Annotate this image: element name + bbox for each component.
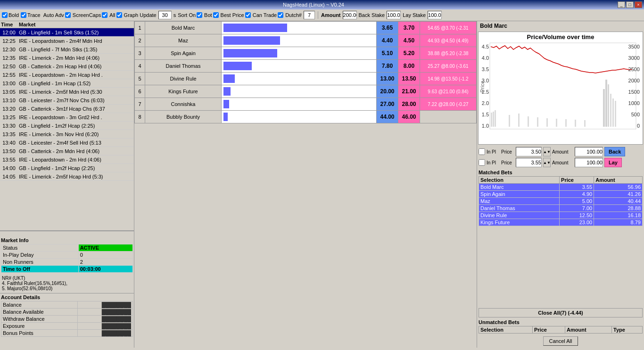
- race-item[interactable]: 12:50GB - Catterick - 2m Hcap Hrd (4:06): [0, 62, 134, 71]
- lay-price[interactable]: 28.00: [398, 98, 420, 111]
- race-item[interactable]: 14:00GB - Lingfield - 1m2f Hcap (2:25): [0, 164, 134, 172]
- race-item[interactable]: 13:25IRE - Leopardstown - 3m Grd2 Hrd .: [0, 113, 134, 122]
- all-checkbox[interactable]: [116, 12, 122, 18]
- trace-toggle[interactable]: Trace: [21, 12, 41, 18]
- close-all-button[interactable]: Close All(7) (-4.44): [479, 308, 643, 317]
- lay-amount-input[interactable]: [575, 158, 603, 167]
- back-amount-input[interactable]: [575, 147, 603, 156]
- svg-rect-26: [615, 101, 616, 127]
- lay-price[interactable]: 8.00: [398, 60, 420, 73]
- lay-stake-input[interactable]: [428, 11, 442, 19]
- lay-price[interactable]: 5.20: [398, 47, 420, 60]
- can-trade-checkbox[interactable]: [278, 12, 283, 18]
- race-item[interactable]: 13:55IRE - Leopardstown - 2m Hrd (4:06): [0, 155, 134, 164]
- can-trade-toggle[interactable]: Can Trade: [253, 12, 283, 18]
- sort-on-checkbox[interactable]: [197, 12, 202, 18]
- table-row[interactable]: 7 Connishka 27.00 28.00 7.22 @28.00 (-0.…: [135, 98, 477, 111]
- lay-price[interactable]: 46.00: [398, 111, 420, 123]
- back-price[interactable]: 13.00: [377, 73, 398, 85]
- svg-text:2500: 2500: [628, 66, 640, 72]
- trace-checkbox[interactable]: [21, 12, 26, 18]
- graph-update-label: Graph Update: [124, 12, 157, 18]
- back-price[interactable]: 44.00: [377, 111, 398, 123]
- bot-checkbox[interactable]: [213, 12, 219, 18]
- race-item[interactable]: 13:10GB - Leicester - 2m7f Nov Chs (6:03…: [0, 96, 134, 105]
- lay-button[interactable]: Lay: [604, 158, 622, 167]
- race-item[interactable]: 13:00GB - Lingfield - 1m Hcap (1:52): [0, 79, 134, 88]
- screencaps-checkbox[interactable]: [102, 12, 107, 18]
- all-toggle[interactable]: All: [109, 12, 122, 18]
- bot-toggle[interactable]: Bot: [204, 12, 219, 18]
- nr-info: NR# (UKT) 4. Faithful Ruler(16.5%,16#51)…: [0, 274, 134, 293]
- wom-cell: 38.88 @5.20 (-2.38: [420, 47, 477, 60]
- runner-num: 5: [135, 73, 145, 85]
- amount-input[interactable]: [343, 11, 357, 19]
- auto-adv-checkbox[interactable]: [65, 12, 71, 18]
- svg-text:2000: 2000: [628, 78, 640, 83]
- lay-price[interactable]: 4.50: [398, 34, 420, 47]
- race-item[interactable]: 13:05IRE - Limerick - 2m5f Mdn Hrd (5:30: [0, 88, 134, 96]
- table-row[interactable]: 6 Kings Future 20.00 21.00 9.63 @21.00 (…: [135, 85, 477, 98]
- dutch-input[interactable]: [304, 11, 315, 19]
- table-row[interactable]: 1 Bold Marc 3.65 3.70 54.65 @3.70 (-2.31: [135, 22, 477, 34]
- back-price[interactable]: 27.00: [377, 98, 398, 111]
- race-item[interactable]: 12:55IRE - Leopardstown - 2m Hcap Hrd .: [0, 71, 134, 79]
- race-item[interactable]: 12:25IRE - Leopardstown - 2m4f Mdn Hrd: [0, 37, 134, 45]
- table-row[interactable]: 4 Daniel Thomas 7.80 8.00 25.27 @8.00 (-…: [135, 60, 477, 73]
- lay-price[interactable]: 3.70: [398, 22, 420, 34]
- back-inplay-checkbox[interactable]: [479, 148, 485, 155]
- runner-bar-cell: [222, 60, 377, 73]
- runner-name: Bubbly Bounty: [145, 111, 222, 123]
- race-item[interactable]: 13:40GB - Leicester - 2m4f Sell Hrd (5:1…: [0, 138, 134, 147]
- lay-price[interactable]: 13.50: [398, 73, 420, 85]
- back-price[interactable]: 4.40: [377, 34, 398, 47]
- matched-amount: 8.79: [594, 219, 643, 226]
- race-item[interactable]: 13:35IRE - Limerick - 3m Nov Hrd (6:20): [0, 130, 134, 138]
- account-value: ████████: [77, 330, 132, 337]
- back-price[interactable]: 3.65: [377, 22, 398, 34]
- race-item[interactable]: 13:20GB - Catterick - 3m1f Hcap Chs (6:3…: [0, 105, 134, 113]
- svg-text:3500: 3500: [628, 44, 640, 49]
- back-button[interactable]: Back: [604, 147, 625, 156]
- lay-inplay-checkbox[interactable]: [479, 159, 485, 166]
- cancel-all-button[interactable]: Cancel All: [543, 336, 578, 346]
- matched-bets-table: Selection Price Amount Bold Marc 3.55 56…: [479, 176, 643, 226]
- lay-price[interactable]: 21.00: [398, 85, 420, 98]
- race-item[interactable]: 12:30GB - Lingfield - 7f Mdn Stks (1:35): [0, 45, 134, 54]
- race-item[interactable]: 13:30GB - Lingfield - 1m2f Hcap (2:25): [0, 122, 134, 130]
- screencaps-toggle[interactable]: ScreenCaps: [73, 12, 108, 18]
- back-price[interactable]: 5.10: [377, 47, 398, 60]
- close-button[interactable]: ×: [635, 1, 642, 8]
- back-price[interactable]: 7.80: [377, 60, 398, 73]
- best-price-toggle[interactable]: Best Price: [221, 12, 251, 18]
- table-row[interactable]: 8 Bubbly Bounty 44.00 46.00: [135, 111, 477, 123]
- race-item[interactable]: 12:35IRE - Limerick - 2m Mdn Hrd (4:06): [0, 54, 134, 62]
- auto-adv-toggle[interactable]: Auto Adv: [43, 12, 71, 18]
- table-row[interactable]: 3 Spin Again 5.10 5.20 38.88 @5.20 (-2.3…: [135, 47, 477, 60]
- back-price-input[interactable]: [516, 147, 542, 156]
- table-row[interactable]: 2 Maz 4.40 4.50 44.93 @4.50 (4.49): [135, 34, 477, 47]
- minimize-button[interactable]: _: [618, 1, 625, 8]
- table-row[interactable]: 5 Divine Rule 13.00 13.50 14.98 @13.50 (…: [135, 73, 477, 85]
- wom-cell: 14.98 @13.50 (-1.2: [420, 73, 477, 85]
- svg-rect-23: [608, 84, 609, 127]
- graph-update-input[interactable]: [158, 11, 172, 19]
- back-price-spin[interactable]: ▲▼: [543, 147, 551, 156]
- race-item[interactable]: 14:05IRE - Limerick - 2m5f Hcap Hrd (5:3…: [0, 172, 134, 181]
- best-price-checkbox[interactable]: [245, 12, 251, 18]
- lay-price-spin[interactable]: ▲▼: [543, 158, 551, 167]
- matched-bet-row: Divine Rule 12.50 16.18: [479, 212, 643, 219]
- bold-checkbox[interactable]: [2, 12, 8, 18]
- runner-num: 7: [135, 98, 145, 111]
- back-price[interactable]: 20.00: [377, 85, 398, 98]
- window-controls[interactable]: _ □ ×: [618, 1, 642, 8]
- lay-price-input[interactable]: [516, 158, 542, 167]
- bold-toggle[interactable]: Bold: [2, 12, 19, 18]
- sort-on-toggle[interactable]: Sort On: [178, 12, 202, 18]
- svg-rect-21: [603, 89, 605, 127]
- race-item[interactable]: 13:50GB - Catterick - 2m Mdn Hrd (4:06): [0, 147, 134, 155]
- races-scrollbar[interactable]: [0, 231, 134, 236]
- race-item[interactable]: 12:00GB - Lingfield - 1m Sell Stks (1:52…: [0, 28, 134, 37]
- maximize-button[interactable]: □: [626, 1, 634, 8]
- back-stake-input[interactable]: [387, 11, 401, 19]
